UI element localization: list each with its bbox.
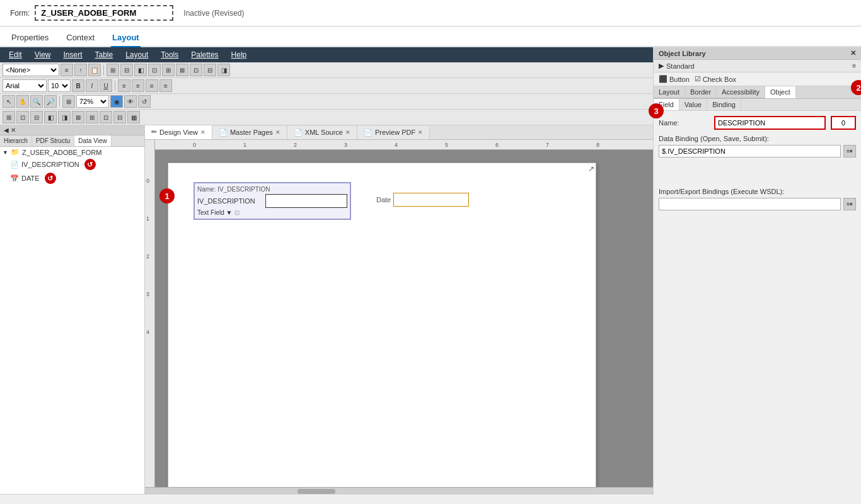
none-select[interactable]: <None> [3, 64, 59, 76]
refresh-icon-2[interactable]: ↺ [45, 173, 56, 184]
section-ctrl[interactable]: ≡ [852, 62, 856, 69]
tb-pointer[interactable]: ↖ [3, 95, 15, 108]
menu-insert[interactable]: Insert [57, 49, 88, 61]
tb-align-justify[interactable]: ≡ [159, 79, 172, 92]
prop-sub-tabs: Field Value Binding [654, 99, 861, 111]
tree-tab-hierarchy[interactable]: Hierarch [0, 135, 32, 146]
tab-xml-source[interactable]: 📄 XML Source ✕ [287, 126, 357, 139]
widget-checkbox[interactable]: ☑ Check Box [695, 75, 736, 83]
tb-extra-1[interactable]: ⊞ [3, 111, 15, 123]
name-num-input[interactable] [831, 116, 856, 130]
tb-align-left[interactable]: ≡ [118, 79, 130, 92]
tb-extra-5[interactable]: ◨ [58, 111, 71, 123]
tb-extra-10[interactable]: ▦ [127, 111, 140, 123]
obj-library-close[interactable]: ✕ [850, 49, 856, 57]
tb-zoom-in[interactable]: 🔍 [30, 95, 43, 108]
tb-btn-4[interactable]: ⊞ [107, 64, 119, 76]
tb-grid[interactable]: ⊞ [62, 95, 75, 108]
tb-hand[interactable]: ✋ [16, 95, 29, 108]
tb-refresh[interactable]: ↺ [138, 95, 151, 108]
standard-label: Standard [666, 62, 695, 70]
font-size-select[interactable]: 10 [48, 79, 71, 92]
tab-layout[interactable]: Layout [111, 30, 141, 47]
tb-btn-6[interactable]: ◧ [134, 64, 147, 76]
ruler-v-3: 3 [146, 291, 149, 297]
tb-extra-8[interactable]: ⊡ [100, 111, 112, 123]
tb-align-right[interactable]: ≡ [146, 79, 158, 92]
tb-btn-1[interactable]: ≡ [61, 64, 73, 76]
prop-tab-border[interactable]: Border [685, 86, 717, 98]
tree-item-root[interactable]: ▼ 📁 Z_USER_ADOBE_FORM [0, 147, 144, 158]
menu-table[interactable]: Table [89, 49, 120, 61]
tb-extra-2[interactable]: ⊡ [16, 111, 29, 123]
ruler-h-2: 2 [294, 142, 297, 148]
tb-btn-2[interactable]: ↑ [74, 64, 87, 76]
tb-btn-8[interactable]: ⊞ [162, 64, 175, 76]
tree-tab-dataview[interactable]: Data View [74, 135, 111, 146]
zoom-select[interactable]: 72% [76, 95, 109, 108]
tab-properties[interactable]: Properties [10, 30, 50, 47]
tree-tab-pdf[interactable]: PDF Structu [32, 135, 74, 146]
prop-tab-layout[interactable]: Layout [654, 86, 685, 98]
master-pages-close[interactable]: ✕ [275, 129, 280, 135]
sub-tab-binding[interactable]: Binding [707, 99, 741, 110]
tb-color[interactable]: ◉ [110, 95, 123, 108]
sub-tab-value[interactable]: Value [679, 99, 707, 110]
data-binding-input[interactable] [659, 145, 841, 158]
tb-extra-6[interactable]: ⊠ [72, 111, 84, 123]
tb-align-center[interactable]: ≡ [132, 79, 144, 92]
menu-layout[interactable]: Layout [119, 49, 154, 61]
bottom-scroll-area[interactable] [145, 487, 653, 495]
toolbar-area: <None> ≡ ↑ 📋 ⊞ ⊟ ◧ ⊡ ⊞ ⊠ ⊡ ⊟ ◨ Arial [0, 62, 653, 125]
tb-underline[interactable]: U [100, 79, 112, 92]
menu-view[interactable]: View [28, 49, 57, 61]
menu-palettes[interactable]: Palettes [185, 49, 224, 61]
tb-extra-9[interactable]: ⊟ [113, 111, 126, 123]
import-export-input[interactable] [659, 198, 841, 210]
tab-master-pages[interactable]: 📄 Master Pages ✕ [212, 126, 287, 139]
form-name-input[interactable] [35, 5, 173, 21]
tree-item-iv-desc[interactable]: 📄 IV_DESCRIPTION ↺ [0, 158, 144, 171]
tb-zoom-out[interactable]: 🔎 [44, 95, 57, 108]
tb-btn-9[interactable]: ⊠ [176, 64, 188, 76]
date-input-box[interactable] [393, 193, 469, 207]
tb-italic[interactable]: I [86, 79, 98, 92]
bottom-scrollbar[interactable] [298, 489, 335, 494]
tb-btn-10[interactable]: ⊡ [190, 64, 202, 76]
prop-tab-object[interactable]: Object [765, 86, 796, 98]
refresh-icon-1[interactable]: ↺ [84, 159, 96, 170]
tb-extra-3[interactable]: ⊟ [30, 111, 43, 123]
field-type-label[interactable]: Text Field ▼ [197, 209, 232, 216]
tb-btn-3[interactable]: 📋 [88, 64, 101, 76]
menu-edit[interactable]: Edit [3, 49, 28, 61]
tree-item-date[interactable]: 📅 DATE ↺ [0, 171, 144, 185]
tab-design-view[interactable]: ✏ Design View ✕ [145, 125, 212, 139]
preview-pdf-close[interactable]: ✕ [418, 129, 423, 135]
design-icon: ✏ [151, 128, 157, 136]
menu-help[interactable]: Help [225, 49, 253, 61]
import-export-btn[interactable]: ≡▾ [843, 198, 856, 210]
tb-btn-5[interactable]: ⊟ [120, 64, 133, 76]
field-input-box[interactable] [265, 194, 347, 208]
tb-extra-4[interactable]: ◧ [44, 111, 57, 123]
tb-btn-12[interactable]: ◨ [217, 64, 230, 76]
tree-panel: ▼ 📁 Z_USER_ADOBE_FORM 📄 IV_DESCRIPTION ↺… [0, 147, 144, 495]
menu-tools[interactable]: Tools [154, 49, 185, 61]
data-binding-btn[interactable]: ≡▾ [843, 145, 856, 158]
tb-extra-7[interactable]: ⊞ [86, 111, 98, 123]
prop-tab-accessibility[interactable]: Accessibility [717, 86, 765, 98]
tab-context[interactable]: Context [65, 30, 96, 47]
tb-bold[interactable]: B [72, 79, 84, 92]
xml-source-close[interactable]: ✕ [345, 129, 350, 135]
tb-btn-7[interactable]: ⊡ [148, 64, 161, 76]
field-resize-handle[interactable]: ⊡ [234, 209, 240, 216]
tab-preview-pdf[interactable]: 📄 Preview PDF ✕ [357, 126, 430, 139]
font-select[interactable]: Arial [3, 79, 47, 92]
widget-button[interactable]: ⬛ Button [659, 75, 690, 83]
canvas-scroll[interactable]: 0 1 2 3 4 5 6 7 8 [155, 140, 653, 487]
tb-btn-11[interactable]: ⊟ [204, 64, 216, 76]
name-input[interactable] [714, 116, 826, 130]
field-group-iv-description[interactable]: Name: IV_DESCRIPTION IV_DESCRIPTION Text… [194, 182, 351, 220]
tb-eye[interactable]: 👁 [124, 95, 137, 108]
design-view-close[interactable]: ✕ [200, 129, 205, 135]
